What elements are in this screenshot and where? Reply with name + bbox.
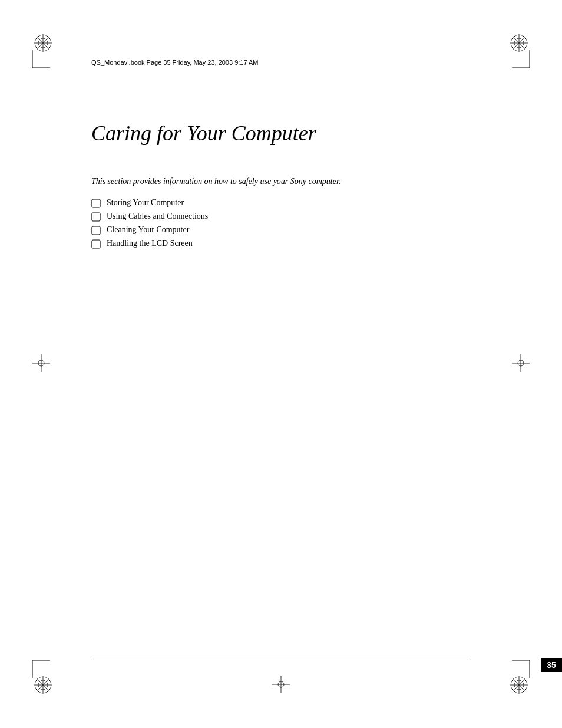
svg-rect-34 [92,226,100,235]
checkbox-icon [91,239,101,249]
list-item: Cleaning Your Computer [91,225,471,235]
list-item: Handling the LCD Screen [91,239,471,249]
bottom-center-crosshair [272,676,290,696]
intro-paragraph: This section provides information on how… [91,175,345,187]
checkbox-icon [91,199,101,208]
corner-mark-br [494,660,530,696]
svg-rect-35 [92,240,100,248]
checkbox-icon [91,212,101,222]
page-title: Caring for Your Computer [91,121,471,146]
svg-rect-33 [92,213,100,221]
checklist: Storing Your Computer Using Cables and C… [91,198,471,249]
page: QS_Mondavi.book Page 35 Friday, May 23, … [0,0,562,728]
checkbox-icon [91,226,101,235]
mid-left-crosshair [32,354,50,374]
list-item: Using Cables and Connections [91,212,471,222]
corner-mark-tl [32,32,68,68]
list-item: Storing Your Computer [91,198,471,208]
file-info-text: QS_Mondavi.book Page 35 Friday, May 23, … [91,59,259,66]
bottom-line [91,660,471,660]
corner-mark-bl [32,660,68,696]
main-content: Caring for Your Computer This section pr… [91,91,471,252]
corner-mark-tr [494,32,530,68]
page-number: 35 [541,658,562,672]
svg-rect-32 [92,199,100,207]
file-info: QS_Mondavi.book Page 35 Friday, May 23, … [91,59,259,66]
mid-right-crosshair [512,354,530,374]
